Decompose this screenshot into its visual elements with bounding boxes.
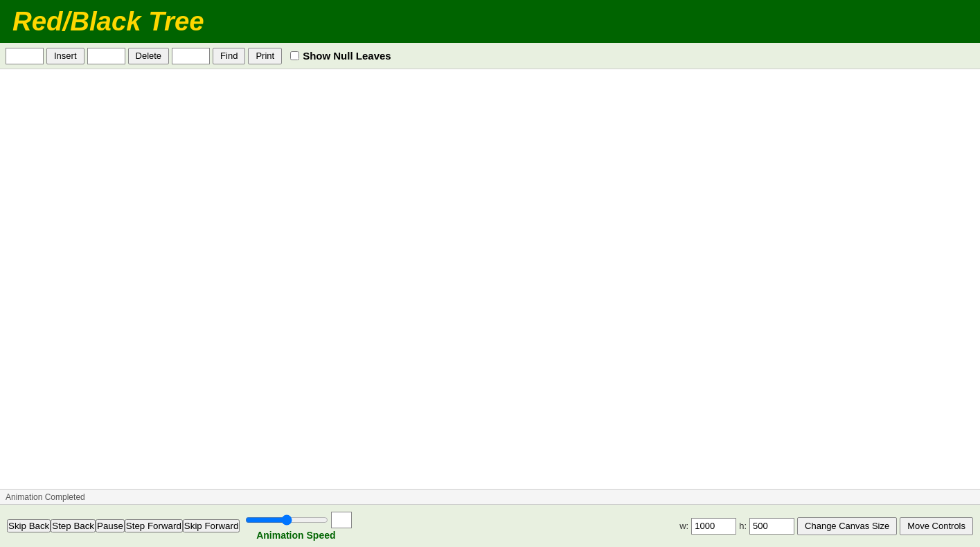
print-button[interactable]: Print bbox=[248, 48, 282, 64]
insert-button[interactable]: Insert bbox=[46, 48, 84, 64]
pause-button[interactable]: Pause bbox=[96, 519, 125, 532]
insert-input[interactable] bbox=[6, 48, 44, 64]
step-back-button[interactable]: Step Back bbox=[51, 519, 96, 532]
status-text: Animation Completed bbox=[6, 492, 85, 502]
page-title: Red/Black Tree bbox=[12, 6, 204, 37]
canvas-width-label: w: bbox=[679, 521, 688, 531]
speed-box bbox=[331, 512, 352, 528]
delete-button[interactable]: Delete bbox=[128, 48, 170, 64]
bottom-bar: Skip Back Step Back Pause Step Forward S… bbox=[0, 504, 980, 547]
show-null-leaves-label: Show Null Leaves bbox=[290, 50, 391, 62]
show-null-leaves-checkbox[interactable] bbox=[290, 51, 299, 60]
move-controls-button[interactable]: Move Controls bbox=[900, 517, 973, 535]
animation-speed-label: Animation Speed bbox=[256, 530, 335, 541]
animation-speed-section: Animation Speed bbox=[240, 512, 352, 541]
speed-slider-container bbox=[245, 512, 352, 528]
animation-speed-slider[interactable] bbox=[245, 513, 328, 527]
find-input[interactable] bbox=[172, 48, 210, 64]
change-canvas-size-button[interactable]: Change Canvas Size bbox=[797, 517, 897, 535]
canvas-height-label: h: bbox=[739, 521, 747, 531]
step-forward-button[interactable]: Step Forward bbox=[125, 519, 183, 532]
delete-input[interactable] bbox=[87, 48, 125, 64]
skip-back-button[interactable]: Skip Back bbox=[7, 519, 51, 532]
show-null-leaves-text: Show Null Leaves bbox=[303, 50, 391, 62]
canvas-area bbox=[0, 69, 980, 489]
canvas-size-controls: w: h: Change Canvas Size Move Controls bbox=[679, 517, 973, 535]
toolbar: Insert Delete Find Print Show Null Leave… bbox=[0, 43, 980, 69]
canvas-width-input[interactable] bbox=[691, 518, 736, 535]
find-button[interactable]: Find bbox=[213, 48, 245, 64]
header: Red/Black Tree bbox=[0, 0, 980, 43]
status-bar: Animation Completed bbox=[0, 489, 980, 504]
skip-forward-button[interactable]: Skip Forward bbox=[183, 519, 240, 532]
canvas-height-input[interactable] bbox=[749, 518, 794, 535]
bottom-row: Skip Back Step Back Pause Step Forward S… bbox=[7, 512, 973, 541]
